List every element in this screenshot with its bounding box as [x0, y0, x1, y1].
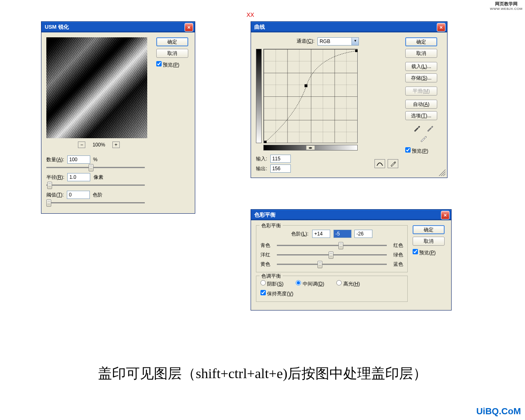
eyedropper-group [405, 123, 442, 144]
cancel-button[interactable]: 取消 [156, 49, 188, 58]
highlights-radio[interactable]: 高光(H) [336, 280, 360, 288]
zoom-percent: 100% [93, 142, 105, 148]
curves-input-value[interactable] [270, 155, 291, 163]
xx-marker: XX [247, 11, 254, 18]
threshold-unit: 色阶 [93, 192, 103, 198]
input-label: 输入: [256, 156, 267, 162]
tone-balance-group: 色调平衡 阴影(S) 中间调(D) 高光(H) 保持亮度(V) [256, 276, 408, 302]
preserve-luminosity-checkbox[interactable]: 保持亮度(V) [260, 290, 403, 297]
cancel-button[interactable]: 取消 [413, 237, 445, 246]
levels-label: 色阶(L): [291, 231, 308, 237]
preview-checkbox-label[interactable]: 预览(P) [405, 147, 442, 155]
threshold-label: 阈值(T): [46, 192, 64, 198]
cyan-red-slider[interactable] [277, 245, 387, 246]
level-cyan-red[interactable] [312, 230, 330, 238]
close-icon[interactable]: × [185, 23, 193, 32]
radius-slider[interactable] [46, 185, 145, 186]
svg-rect-0 [264, 141, 267, 143]
cancel-button[interactable]: 取消 [405, 49, 437, 58]
radius-label: 半径(R): [46, 174, 64, 180]
chevron-down-icon[interactable]: ▼ [352, 38, 358, 45]
usm-title: USM 锐化 [45, 23, 69, 31]
caption-text: 盖印可见图层（shift+ctrl+alt+e)后按图中处理盖印层） [0, 364, 525, 383]
bottom-watermark: UiBQ.CoM [476, 406, 521, 417]
ok-button[interactable]: 确定 [156, 37, 188, 46]
curves-output-value[interactable] [270, 164, 291, 173]
preview-checkbox[interactable] [156, 61, 162, 66]
threshold-slider[interactable] [46, 202, 145, 203]
cyan-label: 青色 [260, 242, 274, 249]
curve-tool-icon[interactable] [374, 159, 385, 168]
ok-button[interactable]: 确定 [405, 37, 437, 46]
radius-unit: 像素 [94, 174, 103, 180]
red-label: 红色 [389, 242, 403, 249]
midtones-radio[interactable]: 中间调(D) [296, 280, 324, 288]
preview-checkbox-label[interactable]: 预览(P) [156, 61, 190, 68]
close-icon[interactable]: × [441, 211, 450, 219]
level-magenta-green[interactable] [333, 230, 352, 238]
magenta-green-slider[interactable] [277, 254, 387, 256]
channel-label: 通道(C): [297, 38, 315, 44]
yellow-blue-slider[interactable] [277, 264, 387, 265]
svg-rect-1 [355, 50, 358, 52]
eyedropper-gray-icon[interactable] [426, 123, 435, 132]
output-label: 输出: [256, 166, 267, 171]
curves-titlebar[interactable]: 曲线 × [251, 22, 447, 32]
radius-input[interactable] [67, 173, 90, 181]
preview-checkbox-label[interactable]: 预览(P) [413, 249, 446, 256]
gradient-flip-icon[interactable]: ◂▸ [306, 145, 315, 150]
colorbal-titlebar[interactable]: 色彩平衡 × [251, 210, 451, 220]
amount-slider[interactable] [46, 167, 145, 168]
smooth-button: 平滑(M) [405, 87, 437, 96]
usm-sharpen-dialog: USM 锐化 × − 100% + 确定 取消 预览(P) 数量(A): % 半… [41, 21, 195, 214]
amount-label: 数量(A): [46, 157, 64, 162]
color-balance-group: 色彩平衡 色阶(L): 青色 红色 洋红 绿色 黄色 蓝色 [256, 225, 408, 272]
color-balance-dialog: 色彩平衡 × 色彩平衡 色阶(L): 青色 红色 洋红 绿色 黄色 蓝色 色调平… [251, 209, 452, 310]
zoom-in-button[interactable]: + [112, 142, 120, 148]
auto-button[interactable]: 自动(A) [405, 100, 437, 109]
threshold-input[interactable] [67, 191, 90, 199]
curve-point[interactable] [304, 84, 307, 87]
blue-label: 蓝色 [389, 261, 403, 268]
amount-unit: % [93, 157, 98, 162]
zoom-out-button[interactable]: − [78, 142, 85, 148]
eyedropper-white-icon[interactable] [419, 134, 428, 143]
load-button[interactable]: 载入(L)... [405, 62, 437, 71]
shadows-radio[interactable]: 阴影(S) [260, 280, 283, 288]
yellow-label: 黄色 [260, 261, 274, 268]
channel-select[interactable]: RGB▼ [317, 37, 359, 46]
pencil-tool-icon[interactable] [388, 159, 398, 168]
usm-preview-image[interactable] [46, 37, 147, 138]
horizontal-gradient: ◂▸ [263, 145, 358, 151]
usm-titlebar[interactable]: USM 锐化 × [41, 22, 195, 32]
curves-dialog: 曲线 × 通道(C): RGB▼ ◂▸ 输入: 输出: [251, 21, 447, 178]
preview-checkbox[interactable] [413, 249, 418, 254]
top-watermark: 网页教学网WWW.WEBJX.COM [490, 1, 523, 11]
green-label: 绿色 [389, 251, 403, 258]
eyedropper-black-icon[interactable] [413, 123, 422, 132]
amount-input[interactable] [67, 155, 90, 164]
level-yellow-blue[interactable] [354, 230, 372, 238]
ok-button[interactable]: 确定 [413, 225, 445, 234]
magenta-label: 洋红 [260, 251, 274, 258]
vertical-gradient [256, 49, 262, 143]
preview-checkbox[interactable] [405, 147, 411, 153]
curves-graph[interactable] [263, 49, 358, 143]
colorbal-title: 色彩平衡 [254, 211, 276, 219]
close-icon[interactable]: × [437, 23, 445, 32]
curves-title: 曲线 [254, 23, 265, 31]
save-button[interactable]: 存储(S)... [405, 73, 437, 82]
resize-grip-icon[interactable] [439, 169, 445, 176]
options-button[interactable]: 选项(T)... [405, 111, 437, 120]
